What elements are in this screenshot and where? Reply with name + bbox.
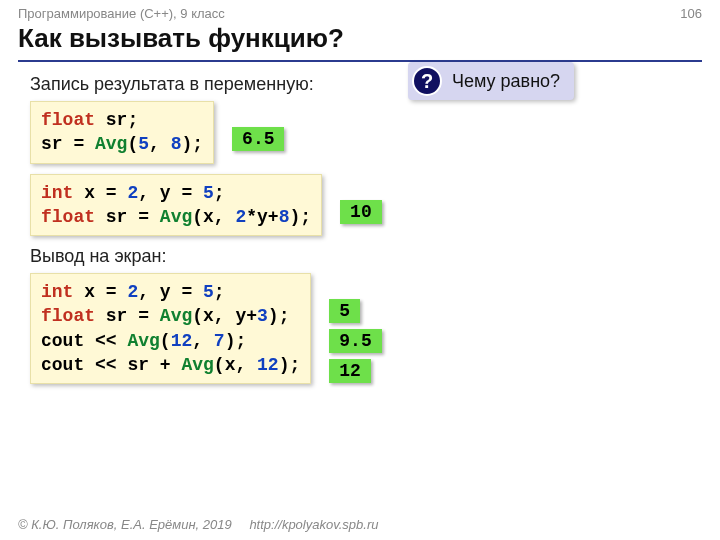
question-box: ? Чему равно? [408, 62, 574, 100]
question-mark-icon: ? [412, 66, 442, 96]
question-text: Чему равно? [452, 71, 560, 92]
code-block-2: int x = 2, y = 5; float sr = Avg(x, 2*y+… [30, 174, 322, 237]
page-title: Как вызывать функцию? [0, 23, 720, 56]
footer: © К.Ю. Поляков, Е.А. Ерёмин, 2019 http:/… [18, 517, 378, 532]
answer-3-3: 12 [329, 359, 371, 383]
page-number: 106 [680, 6, 702, 21]
section-output: Вывод на экран: [30, 246, 702, 267]
code-block-3: int x = 2, y = 5; float sr = Avg(x, y+3)… [30, 273, 311, 384]
answer-1: 6.5 [232, 127, 284, 151]
copyright: © К.Ю. Поляков, Е.А. Ерёмин, 2019 [18, 517, 232, 532]
code-block-1: float sr; sr = Avg(5, 8); [30, 101, 214, 164]
answer-2: 10 [340, 200, 382, 224]
course-label: Программирование (C++), 9 класс [18, 6, 225, 21]
answer-3-1: 5 [329, 299, 360, 323]
section-store: Запись результата в переменную: [30, 74, 702, 95]
answer-3-2: 9.5 [329, 329, 381, 353]
footer-url[interactable]: http://kpolyakov.spb.ru [249, 517, 378, 532]
